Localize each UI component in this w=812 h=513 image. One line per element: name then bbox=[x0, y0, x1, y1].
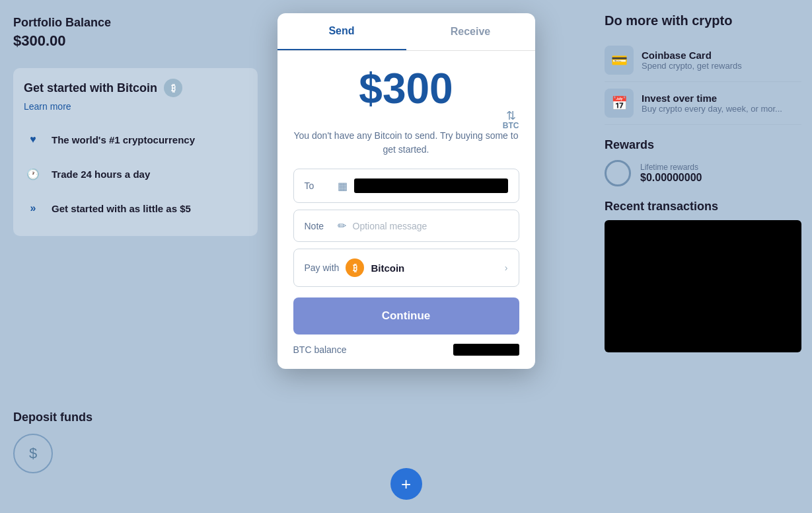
pay-with-label: Pay with bbox=[305, 262, 340, 273]
convert-currency-button[interactable]: ⇅ BTC bbox=[503, 110, 519, 130]
modal-tabs: Send Receive bbox=[277, 13, 535, 51]
note-field[interactable]: Note ✏ Optional message bbox=[293, 210, 519, 242]
amount-display: $300 bbox=[293, 64, 519, 113]
to-label: To bbox=[305, 180, 331, 191]
pay-with-row: ₿ Bitcoin › bbox=[346, 258, 507, 277]
convert-label: BTC bbox=[503, 122, 519, 130]
note-placeholder: Optional message bbox=[353, 221, 508, 231]
address-book-icon: ▦ bbox=[338, 180, 348, 192]
pencil-icon: ✏ bbox=[338, 219, 346, 232]
send-receive-modal: Send Receive $300 ⇅ BTC You don't have a… bbox=[277, 13, 535, 369]
btc-balance-label: BTC balance bbox=[293, 344, 347, 355]
modal-body: $300 ⇅ BTC You don't have any Bitcoin to… bbox=[277, 51, 535, 287]
modal-overlay: Send Receive $300 ⇅ BTC You don't have a… bbox=[0, 0, 812, 513]
to-address-redacted bbox=[354, 178, 508, 193]
tab-send[interactable]: Send bbox=[277, 13, 406, 50]
tab-receive[interactable]: Receive bbox=[406, 13, 535, 50]
btc-balance-row: BTC balance bbox=[277, 335, 535, 356]
continue-button[interactable]: Continue bbox=[293, 297, 519, 335]
pay-with-currency: Bitcoin bbox=[371, 262, 404, 274]
amount-value: $300 bbox=[293, 64, 519, 113]
pay-with-field[interactable]: Pay with ₿ Bitcoin › bbox=[293, 249, 519, 287]
bitcoin-currency-icon: ₿ bbox=[346, 258, 364, 277]
convert-arrows-icon: ⇅ bbox=[506, 110, 516, 122]
chevron-right-icon: › bbox=[505, 262, 508, 273]
note-label: Note bbox=[305, 221, 331, 231]
no-btc-message: You don't have any Bitcoin to send. Try … bbox=[293, 129, 519, 157]
to-field[interactable]: To ▦ bbox=[293, 169, 519, 203]
btc-balance-redacted bbox=[453, 344, 519, 356]
